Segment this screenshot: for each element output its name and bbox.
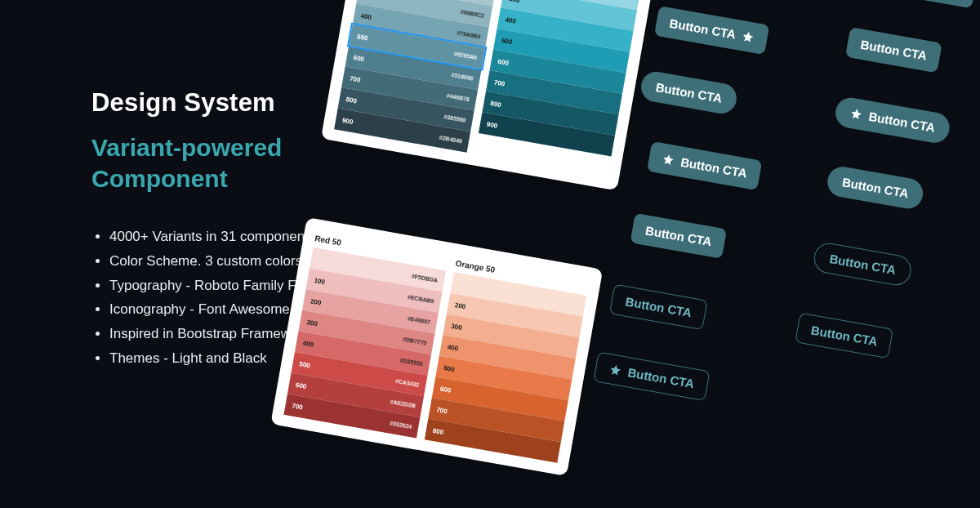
cta-button[interactable]: Button CTA xyxy=(630,213,727,259)
swatch-step: 500 xyxy=(299,360,311,369)
cta-label: Button CTA xyxy=(655,80,724,105)
swatch-step: 800 xyxy=(345,96,358,105)
swatch-step: 400 xyxy=(447,343,459,352)
swatch-hex: #79A6B4 xyxy=(457,29,481,39)
swatch-hex: #ECBAB9 xyxy=(408,293,434,304)
swatch-step: 700 xyxy=(292,402,304,411)
cta-label: Button CTA xyxy=(624,294,693,319)
preview-canvas: #D6E7EA100#BFD7DD200#A8C7CF300#90B6C2400… xyxy=(301,0,980,508)
swatch-hex: #2B4049 xyxy=(439,134,462,144)
cta-button-pill[interactable]: Button CTA xyxy=(833,96,951,145)
cta-button-pill[interactable]: Button CTA xyxy=(639,69,739,116)
cta-button[interactable]: Button CTA xyxy=(647,141,763,190)
swatch-step: 600 xyxy=(353,53,365,62)
swatch-step: 600 xyxy=(295,381,307,390)
swatch-step: 200 xyxy=(454,301,466,310)
cta-button-outline[interactable]: Button CTA xyxy=(812,241,914,287)
palette-card-warm: Red 50#F5DBDA100#ECBAB9200#E49897300#DB7… xyxy=(270,217,603,476)
swatch-step: 900 xyxy=(486,120,498,129)
cta-button[interactable]: Button CTA xyxy=(654,6,770,55)
swatch-hex: #CA3432 xyxy=(395,377,420,387)
star-icon xyxy=(662,153,675,167)
star-icon xyxy=(741,29,755,43)
swatch-step: 400 xyxy=(302,339,314,348)
star-icon xyxy=(608,363,622,377)
swatch-hex: #6295A6 xyxy=(453,51,477,60)
swatch-hex: #F5DBDA xyxy=(412,273,439,283)
swatch-hex: #932624 xyxy=(390,420,412,430)
cta-label: Button CTA xyxy=(626,365,695,390)
swatch-step: 800 xyxy=(490,99,502,108)
cta-label: Button CTA xyxy=(668,16,737,42)
cta-label: Button CTA xyxy=(841,175,910,200)
swatch-step: 200 xyxy=(310,297,322,306)
swatch-step: 400 xyxy=(505,16,517,25)
cta-button[interactable]: Button CTA xyxy=(862,0,978,8)
swatch-step: 900 xyxy=(341,116,354,125)
star-icon xyxy=(849,107,863,121)
cta-label: Button CTA xyxy=(679,155,748,180)
swatch-step: 100 xyxy=(314,276,326,285)
cta-label: Button CTA xyxy=(810,323,879,348)
swatch-step: 700 xyxy=(493,78,506,87)
cta-button-outline[interactable]: Button CTA xyxy=(795,313,893,359)
swatch-step: 700 xyxy=(349,74,361,83)
swatch-step: 300 xyxy=(451,322,463,331)
cta-label: Button CTA xyxy=(644,223,713,248)
swatch-step: 400 xyxy=(360,11,372,20)
swatch-step: 500 xyxy=(357,33,369,42)
swatch-step: 300 xyxy=(306,318,318,327)
swatch-hex: #AE2D2B xyxy=(390,399,416,408)
swatch-hex: #90B6C2 xyxy=(460,8,484,18)
cta-label: Button CTA xyxy=(828,252,897,277)
cta-button-outline[interactable]: Button CTA xyxy=(609,284,708,331)
swatch-hex: #385560 xyxy=(443,114,466,123)
swatch-step: 300 xyxy=(508,0,520,4)
swatch-hex: #518090 xyxy=(451,72,474,82)
swatch-step: 600 xyxy=(439,385,452,394)
swatch-step: 800 xyxy=(432,426,444,435)
cta-button[interactable]: Button CTA xyxy=(845,27,942,73)
cta-button-outline[interactable]: Button CTA xyxy=(593,351,710,401)
cta-label: Button CTA xyxy=(859,38,928,63)
cta-label: Button CTA xyxy=(867,109,936,135)
cta-button-pill[interactable]: Button CTA xyxy=(825,164,925,211)
swatch-hex: #DB7775 xyxy=(403,336,427,345)
swatch-step: 700 xyxy=(436,406,448,415)
swatch-hex: #E49897 xyxy=(408,315,431,325)
swatch-hex: #446B78 xyxy=(446,92,470,102)
swatch-step: 600 xyxy=(497,57,510,66)
swatch-hex: #D35553 xyxy=(399,357,423,367)
swatch-step: 500 xyxy=(443,363,456,372)
swatch-step: 500 xyxy=(501,37,513,46)
